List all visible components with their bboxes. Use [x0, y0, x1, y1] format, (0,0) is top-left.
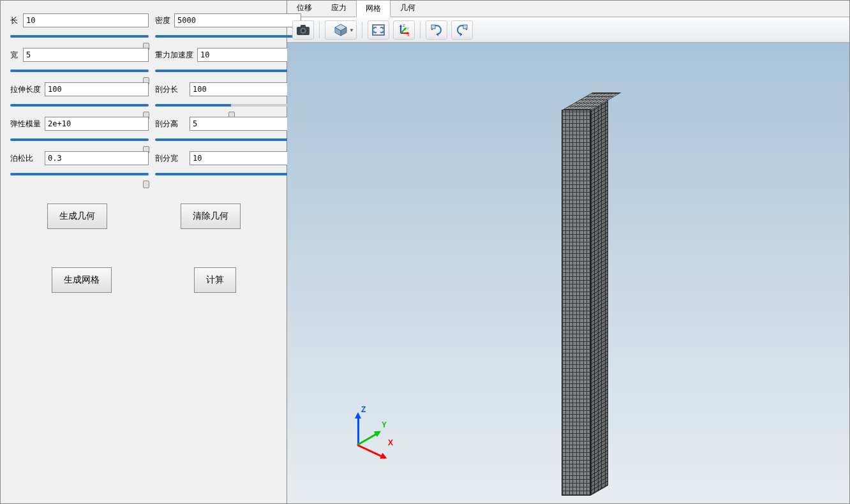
svg-rect-20 [463, 25, 467, 29]
slider-divW[interactable] [155, 173, 301, 175]
svg-rect-18 [431, 25, 435, 29]
axis-x [357, 444, 385, 459]
tab-stress[interactable]: 应力 [322, 0, 356, 17]
rotate-cw-icon [429, 23, 444, 37]
screenshot-button[interactable] [292, 20, 314, 40]
slider-divH[interactable] [155, 138, 301, 141]
svg-rect-1 [301, 25, 306, 27]
toolbar-separator [319, 22, 320, 38]
input-elastic[interactable] [45, 117, 149, 131]
input-length[interactable] [23, 13, 149, 27]
input-divL[interactable] [190, 82, 301, 96]
tab-geometry[interactable]: 几何 [391, 0, 425, 17]
param-divW: 剖分宽 [155, 151, 301, 165]
label-length: 长 [10, 15, 19, 26]
label-extrude: 拉伸长度 [10, 84, 41, 95]
viewport-toolbar: ▼ ZYX [287, 17, 849, 43]
viewport-panel: 位移 应力 网格 几何 ▼ ZYX [287, 0, 850, 504]
3d-viewport[interactable]: Z Y X [287, 43, 849, 503]
result-tabs: 位移 应力 网格 几何 [287, 1, 849, 17]
input-density[interactable] [174, 13, 301, 27]
rotate-ccw-button[interactable] [451, 20, 473, 40]
input-divW[interactable] [190, 151, 301, 165]
axis-triad: Z Y X [338, 401, 396, 459]
slider-gravity[interactable] [155, 70, 301, 72]
toolbar-separator [362, 22, 362, 38]
rotate-ccw-icon [455, 23, 469, 37]
svg-rect-7 [373, 25, 384, 35]
slider-length[interactable] [10, 35, 149, 38]
input-extrude[interactable] [45, 82, 149, 96]
axis-label-x: X [388, 438, 393, 447]
svg-text:Z: Z [403, 24, 405, 27]
generate-geometry-button[interactable]: 生成几何 [47, 204, 107, 229]
param-gravity: 重力加速度 [155, 48, 301, 62]
cube-view-icon [334, 23, 348, 37]
tab-mesh[interactable]: 网格 [356, 0, 391, 17]
param-extrude: 拉伸长度 [10, 82, 149, 96]
slider-elastic[interactable] [10, 138, 149, 141]
param-length: 长 [10, 13, 149, 27]
slider-extrude[interactable] [10, 104, 149, 107]
rotate-cw-button[interactable] [426, 20, 447, 40]
svg-marker-19 [460, 33, 462, 36]
param-width: 宽 [10, 48, 149, 62]
svg-marker-9 [399, 24, 402, 27]
label-poisson: 泊松比 [10, 153, 41, 164]
clear-geometry-button[interactable]: 清除几何 [181, 204, 241, 229]
label-elastic: 弹性模量 [10, 119, 41, 130]
input-divH[interactable] [190, 117, 301, 131]
fit-view-icon [371, 24, 385, 36]
mesh-geometry [562, 100, 609, 496]
param-elastic: 弹性模量 [10, 117, 149, 131]
input-poisson[interactable] [45, 151, 149, 165]
input-gravity[interactable] [197, 48, 301, 62]
generate-mesh-button[interactable]: 生成网格 [52, 267, 112, 293]
param-density: 密度 [155, 13, 301, 27]
toolbar-separator [420, 22, 421, 38]
slider-poisson[interactable] [10, 173, 149, 175]
view-cube-button[interactable]: ▼ [325, 20, 357, 40]
orientation-axes-button[interactable]: ZYX [393, 20, 415, 40]
label-width: 宽 [10, 50, 19, 61]
param-poisson: 泊松比 [10, 151, 149, 165]
svg-text:X: X [407, 33, 410, 37]
fit-view-button[interactable] [368, 20, 389, 40]
param-divL: 剖分长 [155, 82, 301, 96]
chevron-down-icon: ▼ [349, 27, 354, 33]
compute-button[interactable]: 计算 [194, 267, 236, 293]
label-divW: 剖分宽 [155, 153, 186, 164]
label-divL: 剖分长 [155, 84, 186, 95]
camera-icon [296, 24, 310, 36]
axis-label-z: Z [361, 405, 366, 414]
label-divH: 剖分高 [155, 119, 186, 130]
label-density: 密度 [155, 15, 170, 26]
param-divH: 剖分高 [155, 117, 301, 131]
axis-y [357, 431, 380, 446]
orientation-axes-icon: ZYX [397, 23, 411, 37]
slider-density[interactable] [155, 35, 301, 38]
axis-z [357, 414, 359, 446]
slider-width[interactable] [10, 70, 149, 72]
parameters-panel: 长 密度 宽 重力加速度 拉伸长度 剖分长 [0, 0, 287, 504]
svg-point-3 [302, 29, 305, 32]
label-gravity: 重力加速度 [155, 50, 193, 61]
input-width[interactable] [23, 48, 149, 62]
slider-divL[interactable] [155, 104, 301, 107]
svg-text:Y: Y [406, 27, 409, 31]
svg-marker-17 [436, 33, 438, 36]
axis-label-y: Y [382, 420, 387, 429]
